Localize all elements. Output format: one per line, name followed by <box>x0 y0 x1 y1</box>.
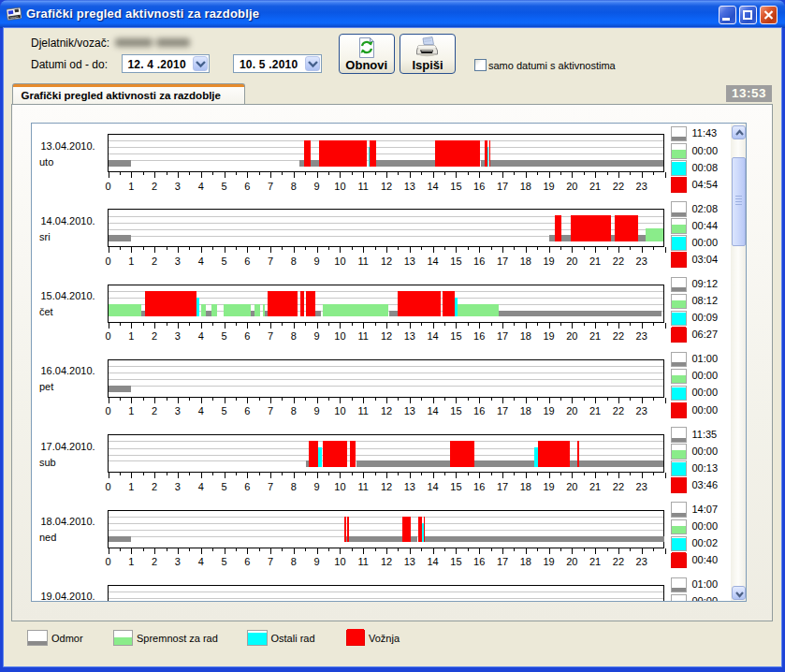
svg-text:TAHO: TAHO <box>9 15 19 20</box>
